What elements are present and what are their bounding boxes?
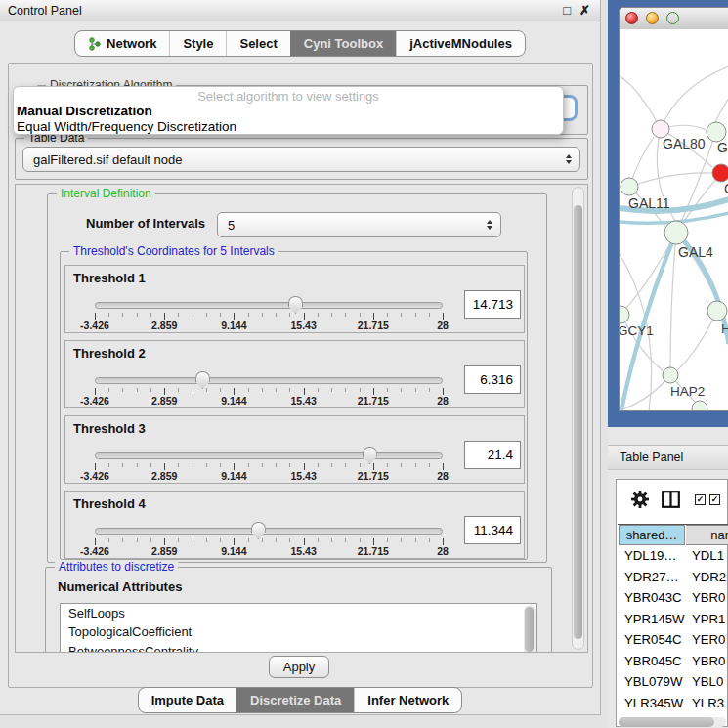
column-header-name[interactable]: name [686,525,728,545]
network-node[interactable] [692,401,707,411]
minimize-traffic-light-icon[interactable] [646,12,659,24]
thresholds-section-title: Threshold's Coordinates for 5 Intervals [69,244,278,258]
slider-thumb[interactable] [251,522,266,539]
network-edge[interactable] [620,233,676,411]
checkbox-icon[interactable]: ✓ [709,494,720,505]
table-row[interactable]: YDR27… YDR2 [618,567,728,588]
zoom-traffic-light-icon[interactable] [666,12,679,24]
table-row[interactable]: YBL079W YBL0 [618,671,728,693]
attributes-scrollbar[interactable] [524,605,536,653]
network-node-hap2[interactable] [663,367,678,383]
threshold-value-field[interactable]: 11.344 [464,516,521,544]
network-edge[interactable] [676,311,717,371]
network-node-ga[interactable] [707,122,726,142]
float-window-icon[interactable]: □ [563,0,571,21]
tab-style[interactable]: Style [169,31,226,56]
slider-track[interactable] [95,302,443,309]
threshold-row: Threshold 4 -3.4262.8599.14415.4321.7152… [64,491,525,559]
table-data-combobox[interactable]: galFiltered.sif default node [22,147,580,172]
tab-cyni-toolbox[interactable]: Cyni Toolbox [290,31,396,56]
column-layout-icon[interactable] [662,491,680,508]
number-of-intervals-combobox[interactable]: 5 [217,212,501,237]
cell-name: YLR3 [685,696,724,710]
network-node-gal4[interactable] [664,221,688,244]
cell-name: YBR0 [685,654,725,668]
network-node-h[interactable] [707,301,727,321]
numerical-attributes-list[interactable]: SelfLoops TopologicalCoefficient Between… [60,603,537,653]
slider-thumb[interactable] [195,371,210,389]
slider-track[interactable] [95,452,443,459]
attribute-list-item[interactable]: SelfLoops [61,604,536,622]
cell-shared-name: YDR27… [618,570,685,584]
cell-shared-name: YBR043C [618,590,685,605]
cell-shared-name: YBR045C [618,654,685,668]
numerical-attributes-label: Numerical Attributes [58,579,182,594]
slider-thumb[interactable] [288,296,303,314]
network-node-label: C [724,181,728,196]
tab-select[interactable]: Select [226,31,289,56]
slider-track[interactable] [95,528,443,535]
tab-label: Infer Network [367,688,449,712]
gear-icon[interactable] [630,490,650,509]
network-edge[interactable] [620,76,661,129]
checkbox-icon[interactable]: ✓ [695,494,706,505]
network-icon [88,37,102,51]
slider-ticks [95,313,443,320]
tab-network[interactable]: Network [75,31,169,56]
threshold-value-field[interactable]: 6.316 [464,365,521,394]
table-horizontal-scrollbar[interactable] [619,717,726,727]
tab-label: Discretize Data [250,688,341,712]
table-row[interactable]: YLR345W YLR3 [618,693,728,714]
network-node-gcy1[interactable] [620,306,629,323]
network-edge[interactable] [629,173,712,187]
table-panel-titlebar: Table Panel [608,445,728,470]
table-row[interactable]: YDL19… YDL1 [618,545,728,567]
column-header-shared-name[interactable]: shared… [619,525,685,545]
bottom-tab-infer-network[interactable]: Infer Network [354,688,461,712]
apply-button[interactable]: Apply [269,656,329,678]
close-icon[interactable]: ✗ [579,0,590,21]
cell-shared-name: YBL079W [618,674,685,689]
threshold-value-field[interactable]: 21.4 [464,441,521,469]
network-node-label: GA [717,140,728,155]
algorithm-dropdown-popup: Select algorithm to view settings Manual… [13,86,564,135]
attribute-list-item[interactable]: TopologicalCoefficient [61,622,536,641]
network-edge[interactable] [714,98,728,124]
threshold-value-field[interactable]: 14.713 [464,290,521,319]
table-row[interactable]: YPR145W YPR1 [618,609,728,630]
number-of-intervals-label: Number of Intervals [86,216,205,231]
table-panel: Table Panel ✓ ✓ shared… [608,427,728,728]
network-edge[interactable] [661,66,728,129]
cell-shared-name: YER054C [618,632,685,647]
network-node-label: H [721,321,728,336]
table-row[interactable]: YER054C YER0 [618,629,728,651]
tab-jactivemnodules[interactable]: jActiveMNodules [396,31,525,56]
network-node-gal11[interactable] [621,178,638,195]
close-traffic-light-icon[interactable] [625,12,638,24]
slider-ticks [95,538,443,545]
settings-scroll-panel: Interval Definition Number of Intervals … [15,184,588,653]
slider-tick-labels: -3.4262.8599.14415.4321.71528 [95,320,443,331]
attribute-list-item[interactable]: BetweennessCentrality [61,642,536,653]
dropdown-option[interactable]: Manual Discretization [14,104,563,119]
bottom-tab-discretize-data[interactable]: Discretize Data [236,688,354,712]
network-window-titlebar[interactable] [620,8,728,30]
slider-track[interactable] [95,377,443,384]
slider-tick-labels: -3.4262.8599.14415.4321.71528 [95,395,443,407]
network-edge[interactable] [670,233,676,367]
table-row[interactable]: YBR045C YBR0 [618,651,728,672]
network-node-c[interactable] [712,164,728,182]
tab-label: jActiveMNodules [409,31,512,56]
dropdown-option[interactable]: Equal Width/Frequency Discretization [14,119,563,135]
threshold-row: Threshold 1 -3.4262.8599.14415.4321.7152… [64,265,525,333]
bottom-tab-impute-data[interactable]: Impute Data [139,688,236,712]
network-canvas[interactable]: GAL80GACGAL11GAL4GCY1HHAP2 [620,29,728,411]
slider-thumb[interactable] [363,447,377,464]
table-header-row: shared… name [618,524,728,546]
threshold-label: Threshold 3 [73,421,146,436]
threshold-row: Threshold 2 -3.4262.8599.14415.4321.7152… [64,340,525,408]
table-row[interactable]: YBR043C YBR0 [618,587,728,609]
panel-scrollbar[interactable] [572,187,584,650]
network-view-window[interactable]: GAL80GACGAL11GAL4GCY1HHAP2 [619,7,728,411]
slider-tick-labels: -3.4262.8599.14415.4321.71528 [95,470,443,482]
